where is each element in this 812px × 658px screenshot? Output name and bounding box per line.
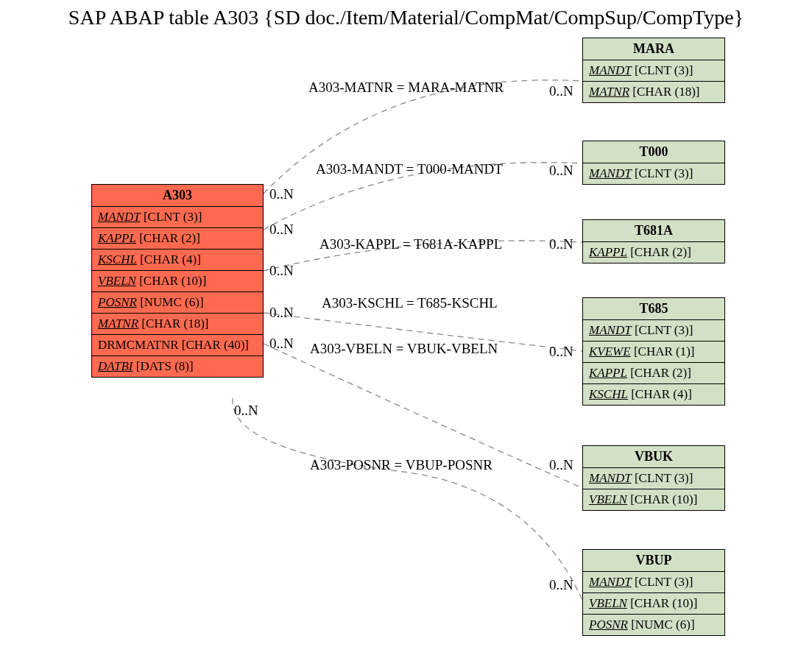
cardinality: 0..N xyxy=(269,263,294,279)
entity-a303: A303MANDT [CLNT (3)]KAPPL [CHAR (2)]KSCH… xyxy=(91,184,264,378)
entity-field: VBELN [CHAR (10)] xyxy=(92,271,263,292)
entity-header: VBUP xyxy=(583,550,724,572)
entity-field: MANDT [CLNT (3)] xyxy=(583,163,724,184)
entity-field: KVEWE [CHAR (1)] xyxy=(583,342,724,363)
entity-header: T000 xyxy=(583,141,724,163)
relation-label: A303-MATNR = MARA-MATNR xyxy=(308,79,504,96)
cardinality: 0..N xyxy=(269,305,294,321)
cardinality: 0..N xyxy=(234,403,258,419)
relation-label: A303-MANDT = T000-MANDT xyxy=(316,161,503,177)
entity-field: MATNR [CHAR (18)] xyxy=(583,82,724,102)
cardinality: 0..N xyxy=(269,222,294,238)
entity-header: MARA xyxy=(583,38,724,60)
entity-field: KAPPL [CHAR (2)] xyxy=(92,228,263,250)
cardinality: 0..N xyxy=(549,577,573,593)
entity-field: MANDT [CLNT (3)] xyxy=(583,468,724,489)
entity-field: DATBI [DATS (8)] xyxy=(92,356,263,377)
entity-field: KAPPL [CHAR (2)] xyxy=(583,363,724,384)
entity-field: MANDT [CLNT (3)] xyxy=(583,320,724,342)
diagram-title: SAP ABAP table A303 {SD doc./Item/Materi… xyxy=(0,6,812,29)
cardinality: 0..N xyxy=(549,457,573,473)
entity-vbuk: VBUKMANDT [CLNT (3)]VBELN [CHAR (10)] xyxy=(582,445,725,511)
entity-field: MANDT [CLNT (3)] xyxy=(92,207,263,228)
entity-header: T681A xyxy=(583,220,724,242)
entity-header: VBUK xyxy=(583,446,724,468)
entity-header: T685 xyxy=(583,298,724,320)
entity-field: MANDT [CLNT (3)] xyxy=(583,572,724,593)
relation-label: A303-POSNR = VBUP-POSNR xyxy=(310,457,493,473)
cardinality: 0..N xyxy=(549,163,573,179)
cardinality: 0..N xyxy=(269,336,294,352)
entity-t681a: T681AKAPPL [CHAR (2)] xyxy=(582,219,725,263)
entity-t000: T000MANDT [CLNT (3)] xyxy=(582,141,725,185)
entity-t685: T685MANDT [CLNT (3)]KVEWE [CHAR (1)]KAPP… xyxy=(582,297,725,406)
relation-label: A303-KSCHL = T685-KSCHL xyxy=(322,295,498,311)
entity-field: MANDT [CLNT (3)] xyxy=(583,60,724,82)
entity-mara: MARAMANDT [CLNT (3)]MATNR [CHAR (18)] xyxy=(582,38,725,103)
cardinality: 0..N xyxy=(549,344,573,360)
entity-field: MATNR [CHAR (18)] xyxy=(92,314,263,335)
entity-field: POSNR [NUMC (6)] xyxy=(92,292,263,314)
entity-field: VBELN [CHAR (10)] xyxy=(583,489,724,510)
entity-vbup: VBUPMANDT [CLNT (3)]VBELN [CHAR (10)]POS… xyxy=(582,549,725,636)
cardinality: 0..N xyxy=(549,236,573,252)
entity-field: DRMCMATNR [CHAR (40)] xyxy=(92,335,263,356)
relation-label: A303-VBELN = VBUK-VBELN xyxy=(310,341,498,357)
entity-field: KAPPL [CHAR (2)] xyxy=(583,242,724,263)
entity-field: VBELN [CHAR (10)] xyxy=(583,593,724,615)
entity-field: KSCHL [CHAR (4)] xyxy=(583,384,724,405)
entity-field: POSNR [NUMC (6)] xyxy=(583,615,724,635)
relation-label: A303-KAPPL = T681A-KAPPL xyxy=(319,236,502,252)
cardinality: 0..N xyxy=(269,186,294,202)
entity-header: A303 xyxy=(92,185,263,207)
cardinality: 0..N xyxy=(549,83,573,99)
entity-field: KSCHL [CHAR (4)] xyxy=(92,250,263,271)
